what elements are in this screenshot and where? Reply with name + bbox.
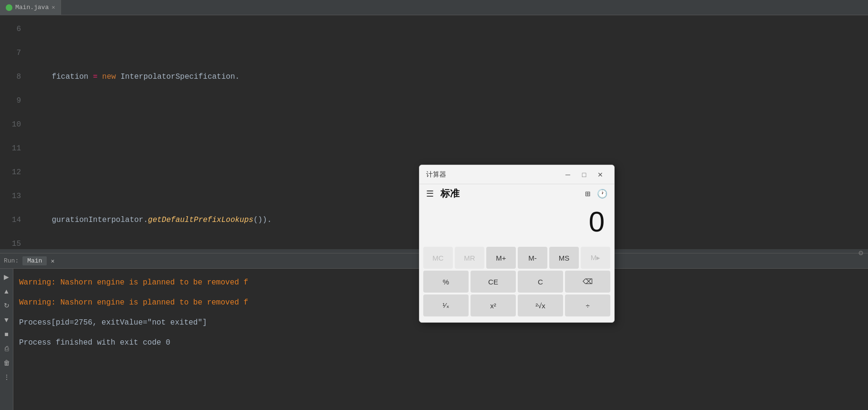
calc-clipboard-icon[interactable]: ⊞ [585, 189, 590, 199]
line-num-15: 15 [0, 232, 21, 249]
run-tab-close[interactable]: ✕ [51, 257, 54, 265]
calc-btn-reciprocal[interactable]: ¹⁄ₓ [423, 294, 469, 316]
calc-maximize-button[interactable]: □ [577, 169, 591, 180]
line-num-7: 7 [0, 41, 21, 65]
calc-hamburger-icon[interactable]: ☰ [426, 189, 434, 199]
calc-row-2: ¹⁄ₓ x² ²√x ÷ [423, 294, 610, 316]
tab-close-icon[interactable]: ✕ [52, 4, 55, 11]
calc-display: 0 [419, 203, 614, 245]
calc-buttons: MC MR M+ M- MS M▸ % CE C ⌫ ¹⁄ₓ x² ²√x ÷ [419, 245, 614, 322]
calculator-window: 计算器 ─ □ ✕ ☰ 标准 ⊞ 🕐 0 MC MR M+ M- MS M▸ %… [419, 165, 615, 323]
run-rerun-button[interactable]: ↻ [1, 300, 12, 311]
calc-titlebar: 计算器 ─ □ ✕ [419, 165, 614, 184]
calc-btn-c[interactable]: C [518, 271, 563, 293]
calc-mode-title: 标准 [440, 187, 460, 200]
line-num-10: 10 [0, 113, 21, 137]
code-line-6: fication = new InterpolatorSpecification… [33, 65, 868, 89]
line-num-6: 6 [0, 17, 21, 41]
calc-btn-ms[interactable]: MS [549, 247, 579, 269]
calc-btn-sqrt[interactable]: ²√x [518, 294, 563, 316]
java-file-icon [6, 4, 12, 11]
run-stop-button[interactable]: ■ [1, 329, 12, 339]
calc-btn-backspace[interactable]: ⌫ [565, 271, 610, 293]
calc-window-controls: ─ □ ✕ [561, 169, 607, 180]
run-scroll-down-button[interactable]: ▼ [1, 315, 12, 325]
calc-btn-mc[interactable]: MC [423, 247, 453, 269]
run-trash-button[interactable]: 🗑 [1, 357, 12, 368]
settings-icon[interactable]: ⚙ [858, 248, 863, 258]
output-line-4: Process finished with exit code 0 [19, 333, 862, 353]
tab-bar: Main.java ✕ [0, 0, 868, 15]
calc-btn-percent[interactable]: % [423, 271, 469, 293]
calc-btn-mplus[interactable]: M+ [486, 247, 516, 269]
run-label: Run: [4, 257, 19, 264]
calc-btn-ce[interactable]: CE [471, 271, 516, 293]
run-play-button[interactable]: ▶ [1, 272, 12, 282]
calc-memory-row: MC MR M+ M- MS M▸ [423, 247, 610, 269]
calc-btn-mminus[interactable]: M- [518, 247, 547, 269]
calc-menu-bar: ☰ 标准 ⊞ 🕐 [419, 184, 614, 203]
line-num-11: 11 [0, 137, 21, 160]
calc-btn-square[interactable]: x² [471, 294, 516, 316]
run-sidebar: ▶ ▲ ↻ ▼ ■ ⎙ 🗑 ⋮ [0, 269, 13, 410]
tab-main-java[interactable]: Main.java ✕ [0, 0, 61, 15]
calc-history-icon[interactable]: 🕐 [597, 189, 607, 199]
calc-menu-right-icons: ⊞ 🕐 [585, 189, 607, 199]
calc-row-1: % CE C ⌫ [423, 271, 610, 293]
run-more-button[interactable]: ⋮ [1, 372, 12, 382]
line-num-8: 8 [0, 65, 21, 89]
run-print-button[interactable]: ⎙ [1, 343, 12, 354]
run-scroll-up-button[interactable]: ▲ [1, 286, 12, 296]
calc-minimize-button[interactable]: ─ [561, 169, 575, 180]
line-num-13: 13 [0, 184, 21, 208]
calc-btn-mr[interactable]: MR [455, 247, 484, 269]
calc-btn-mstore[interactable]: M▸ [581, 247, 610, 269]
line-num-12: 12 [0, 160, 21, 184]
tab-title: Main.java [15, 4, 49, 11]
run-tab-main[interactable]: Main [22, 256, 47, 265]
code-line-7 [33, 137, 868, 160]
calc-btn-divide[interactable]: ÷ [565, 294, 610, 316]
calc-title: 计算器 [426, 170, 446, 179]
calc-display-value: 0 [429, 203, 605, 241]
calc-close-button[interactable]: ✕ [593, 169, 607, 180]
line-numbers: 6 7 8 9 10 11 12 13 14 15 [0, 15, 29, 249]
line-num-14: 14 [0, 208, 21, 232]
line-num-9: 9 [0, 89, 21, 113]
